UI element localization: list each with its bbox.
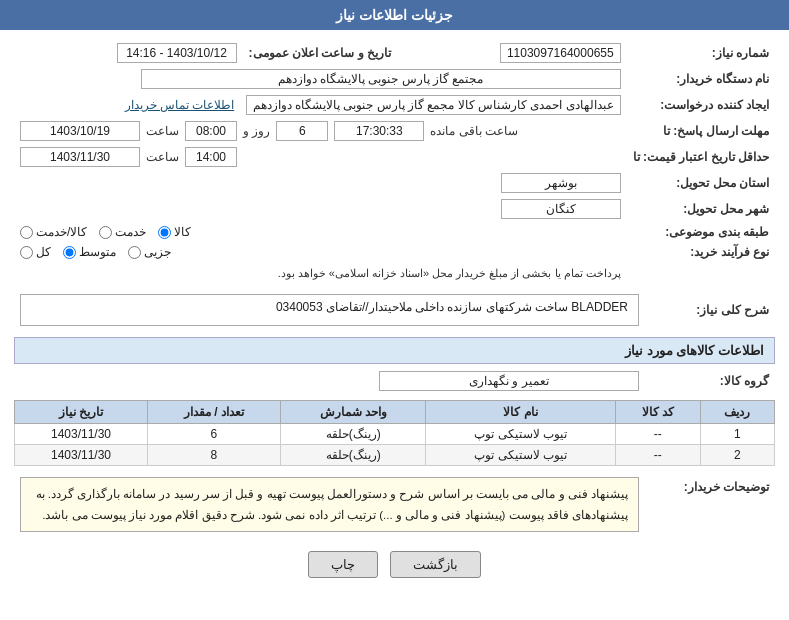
noe-radio-group: کل متوسط جزیی bbox=[20, 245, 621, 259]
buttons-row: بازگشت چاپ bbox=[14, 551, 775, 578]
row-nam-dastgah: نام دستگاه خریدار: مجتمع گاز پارس جنوبی … bbox=[14, 66, 775, 92]
cell-name: تیوب لاستیکی توپ bbox=[426, 424, 615, 445]
cell-radif: 1 bbox=[700, 424, 774, 445]
tamas-link[interactable]: اطلاعات تماس خریدار bbox=[125, 98, 235, 112]
radio-jozi-input[interactable] bbox=[128, 246, 141, 259]
cell-tarikh: 1403/11/30 bbox=[15, 445, 148, 466]
cell-ejad: عبدالهادی احمدی کارشناس کالا مجمع گاز پا… bbox=[14, 92, 627, 118]
cell-group-kala: تعمیر و نگهداری bbox=[14, 368, 645, 394]
cell-tawzih: پیشنهاد فنی و مالی می بایست بر اساس شرح … bbox=[14, 474, 645, 543]
cell-nam-dastgah: مجتمع گاز پارس جنوبی پالایشگاه دوازدهم bbox=[14, 66, 627, 92]
label-jadval: حداقل تاریخ اعتبار قیمت: تا bbox=[627, 144, 775, 170]
label-sharh-koli: شرح کلی نیاز: bbox=[645, 291, 775, 329]
col-radif: ردیف bbox=[700, 401, 774, 424]
radio-kala-label: کالا bbox=[174, 225, 191, 239]
label-tabaghe: طبقه بندی موضوعی: bbox=[627, 222, 775, 242]
items-table: ردیف کد کالا نام کالا واحد شمارش تعداد /… bbox=[14, 400, 775, 466]
row-shmare-niaz: شماره نیاز: 1103097164000655 تاریخ و ساع… bbox=[14, 40, 775, 66]
cell-vahed: (رینگ)حلقه bbox=[280, 445, 426, 466]
etelaat-section-title: اطلاعات کالاهای مورد نیاز bbox=[14, 337, 775, 364]
radio-kala-khedmat-label: کالا/خدمت bbox=[36, 225, 87, 239]
row-group-kala: گروه کالا: تعمیر و نگهداری bbox=[14, 368, 775, 394]
radio-khedmat[interactable]: خدمت bbox=[99, 225, 146, 239]
cell-tarikh: 1403/11/30 bbox=[15, 424, 148, 445]
label-nam-dastgah: نام دستگاه خریدار: bbox=[627, 66, 775, 92]
items-table-body: 1--تیوب لاستیکی توپ(رینگ)حلقه61403/11/30… bbox=[15, 424, 775, 466]
cell-tedad: 8 bbox=[148, 445, 281, 466]
row-ejad-konande: ایجاد کننده درخواست: عبدالهادی احمدی کار… bbox=[14, 92, 775, 118]
label-mohlat: مهلت ارسال پاسخ: تا bbox=[627, 118, 775, 144]
tabaghe-radio-group: کالا/خدمت خدمت کالا bbox=[20, 225, 621, 239]
info-table: شماره نیاز: 1103097164000655 تاریخ و ساع… bbox=[14, 40, 775, 285]
cell-vahed: (رینگ)حلقه bbox=[280, 424, 426, 445]
col-kod: کد کالا bbox=[615, 401, 700, 424]
radio-motavasset-label: متوسط bbox=[79, 245, 116, 259]
cell-jadval: 1403/11/30 ساعت 14:00 bbox=[14, 144, 627, 170]
back-button[interactable]: بازگشت bbox=[390, 551, 481, 578]
cell-tedad: 6 bbox=[148, 424, 281, 445]
sharh-koli-table: شرح کلی نیاز: BLADDER ساخت شرکتهای سازند… bbox=[14, 291, 775, 329]
items-table-head: ردیف کد کالا نام کالا واحد شمارش تعداد /… bbox=[15, 401, 775, 424]
label-shahr: شهر محل تحویل: bbox=[627, 196, 775, 222]
col-name: نام کالا bbox=[426, 401, 615, 424]
radio-kol[interactable]: کل bbox=[20, 245, 51, 259]
cell-noe: کل متوسط جزیی bbox=[14, 242, 627, 262]
radio-motavasset-input[interactable] bbox=[63, 246, 76, 259]
group-kala-table: گروه کالا: تعمیر و نگهداری bbox=[14, 368, 775, 394]
note-text: پیشنهاد فنی و مالی می بایست بر اساس شرح … bbox=[20, 477, 639, 532]
label-ejad: ایجاد کننده درخواست: bbox=[627, 92, 775, 118]
value-tarikh: 1403/10/12 - 14:16 bbox=[117, 43, 237, 63]
row-ostan: استان محل تحویل: بوشهر bbox=[14, 170, 775, 196]
main-container: جزئیات اطلاعات نیاز شماره نیاز: 11030971… bbox=[0, 0, 789, 620]
cell-kod: -- bbox=[615, 424, 700, 445]
value-shmare-niaz: 1103097164000655 bbox=[500, 43, 621, 63]
value-shahr: کنگان bbox=[501, 199, 621, 219]
col-tarikh: تاریخ نیاز bbox=[15, 401, 148, 424]
jadval-saaat-label: ساعت bbox=[146, 150, 179, 164]
row-tawzih: توضیحات خریدار: پیشنهاد فنی و مالی می با… bbox=[14, 474, 775, 543]
jadval-date: 1403/11/30 bbox=[20, 147, 140, 167]
row-noe-farayand: نوع فرآیند خرید: کل متوسط جز bbox=[14, 242, 775, 262]
row-mohlat: مهلت ارسال پاسخ: تا 1403/10/19 ساعت 08:0… bbox=[14, 118, 775, 144]
row-pardakht-note: پرداخت تمام یا بخشی از مبلغ خریدار محل «… bbox=[14, 262, 775, 285]
jadval-time: 14:00 bbox=[185, 147, 237, 167]
header-title: جزئیات اطلاعات نیاز bbox=[336, 7, 453, 23]
radio-kol-label: کل bbox=[36, 245, 51, 259]
radio-kala[interactable]: کالا bbox=[158, 225, 191, 239]
pardakht-note: پرداخت تمام یا بخشی از مبلغ خریدار محل «… bbox=[20, 265, 621, 282]
mohlat-date: 1403/10/19 bbox=[20, 121, 140, 141]
radio-jozi[interactable]: جزیی bbox=[128, 245, 171, 259]
cell-pardakht-note: پرداخت تمام یا بخشی از مبلغ خریدار محل «… bbox=[14, 262, 627, 285]
sharh-koli-value: BLADDER ساخت شرکتهای سازنده داخلی ملاحیت… bbox=[20, 294, 639, 326]
jadval-inline: 1403/11/30 ساعت 14:00 bbox=[20, 147, 621, 167]
cell-tarikh: 1403/10/12 - 14:16 bbox=[14, 40, 243, 66]
label-shmare-niaz: شماره نیاز: bbox=[627, 40, 775, 66]
value-group-kala: تعمیر و نگهداری bbox=[379, 371, 639, 391]
tawzih-table: توضیحات خریدار: پیشنهاد فنی و مالی می با… bbox=[14, 474, 775, 543]
baghi-label: ساعت باقی مانده bbox=[430, 124, 518, 138]
print-button[interactable]: چاپ bbox=[308, 551, 378, 578]
col-vahed: واحد شمارش bbox=[280, 401, 426, 424]
cell-mohlat: 1403/10/19 ساعت 08:00 روز و 6 17:30:33 س… bbox=[14, 118, 627, 144]
row-shahr: شهر محل تحویل: کنگان bbox=[14, 196, 775, 222]
radio-kol-input[interactable] bbox=[20, 246, 33, 259]
mohlat-inline: 1403/10/19 ساعت 08:00 روز و 6 17:30:33 س… bbox=[20, 121, 621, 141]
main-content: شماره نیاز: 1103097164000655 تاریخ و ساع… bbox=[0, 30, 789, 592]
label-tawzih: توضیحات خریدار: bbox=[645, 474, 775, 543]
items-header-row: ردیف کد کالا نام کالا واحد شمارش تعداد /… bbox=[15, 401, 775, 424]
radio-kala-khedmat-input[interactable] bbox=[20, 226, 33, 239]
value-nam-dastgah: مجتمع گاز پارس جنوبی پالایشگاه دوازدهم bbox=[141, 69, 621, 89]
radio-kala-input[interactable] bbox=[158, 226, 171, 239]
mohlat-roz: 6 bbox=[276, 121, 328, 141]
cell-tabaghe: کالا/خدمت خدمت کالا bbox=[14, 222, 627, 242]
table-row: 1--تیوب لاستیکی توپ(رینگ)حلقه61403/11/30 bbox=[15, 424, 775, 445]
cell-sharh-koli: BLADDER ساخت شرکتهای سازنده داخلی ملاحیت… bbox=[14, 291, 645, 329]
col-tedad: تعداد / مقدار bbox=[148, 401, 281, 424]
radio-motavasset[interactable]: متوسط bbox=[63, 245, 116, 259]
cell-ostan: بوشهر bbox=[14, 170, 627, 196]
row-tabaghe: طبقه بندی موضوعی: کالا/خدمت خدمت bbox=[14, 222, 775, 242]
saaat-label: ساعت bbox=[146, 124, 179, 138]
label-noe: نوع فرآیند خرید: bbox=[627, 242, 775, 262]
radio-khedmat-input[interactable] bbox=[99, 226, 112, 239]
radio-kala-khedmat[interactable]: کالا/خدمت bbox=[20, 225, 87, 239]
